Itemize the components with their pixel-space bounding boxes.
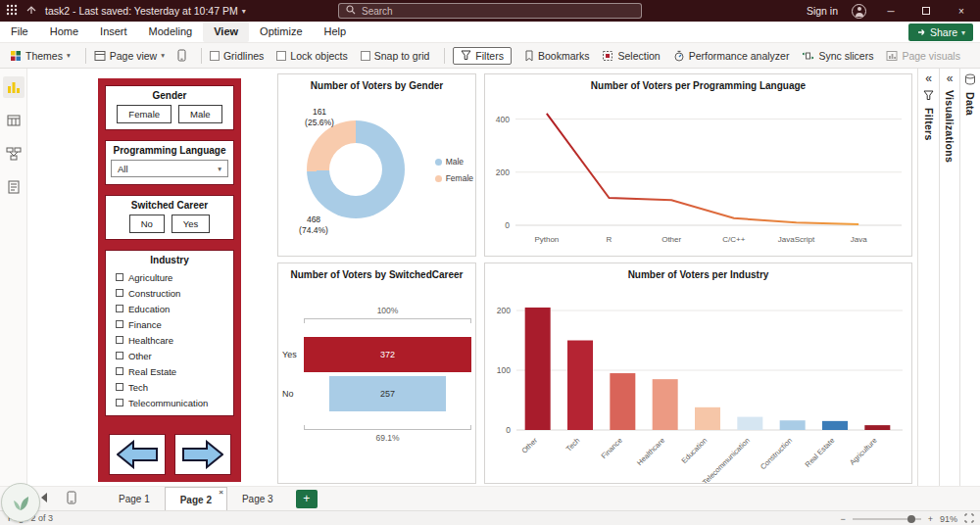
selection-icon <box>602 50 613 62</box>
industry-option[interactable]: Finance <box>116 316 230 332</box>
industry-option[interactable]: Education <box>116 301 230 316</box>
legend-item-female[interactable]: Female <box>435 173 473 183</box>
checkbox-icon <box>116 273 123 281</box>
menu-help[interactable]: Help <box>314 22 358 42</box>
svg-text:200: 200 <box>497 306 511 315</box>
close-tab-icon[interactable]: × <box>219 488 223 497</box>
table-view-icon[interactable] <box>3 110 24 131</box>
svg-text:JavaScript: JavaScript <box>778 235 815 244</box>
menu-view[interactable]: View <box>203 22 249 42</box>
language-chart-card[interactable]: Number of Voters per Programming Languag… <box>484 73 912 257</box>
legend-item-male[interactable]: Male <box>435 157 473 167</box>
industry-option[interactable]: Construction <box>116 285 230 301</box>
tab-page-1[interactable]: Page 1 <box>104 487 165 511</box>
industry-option[interactable]: Other <box>116 348 230 363</box>
funnel-category-yes: Yes <box>278 350 304 359</box>
industry-option[interactable]: Real Estate <box>116 363 230 379</box>
mobile-view-icon[interactable] <box>67 491 76 506</box>
themes-button[interactable]: Themes▾ <box>10 50 71 62</box>
add-page-button[interactable]: + <box>296 490 318 508</box>
zoom-slider-thumb[interactable] <box>907 515 915 523</box>
forward-arrow-button[interactable] <box>174 434 231 475</box>
svg-text:100: 100 <box>497 365 511 375</box>
minimize-button[interactable]: ─ <box>880 6 902 17</box>
window-title[interactable]: task2 - Last saved: Yesterday at 10:47 P… <box>45 5 246 17</box>
switched-option-yes[interactable]: Yes <box>172 215 211 233</box>
page-view-button[interactable]: Page view▾ <box>94 50 165 62</box>
zoom-out-button[interactable]: − <box>840 514 845 524</box>
filters-toggle-button[interactable]: Filters <box>453 47 512 65</box>
report-view-icon[interactable] <box>3 76 24 98</box>
menu-optimize[interactable]: Optimize <box>249 22 313 42</box>
gender-slicer: Gender Female Male <box>105 85 234 130</box>
svg-text:400: 400 <box>496 115 510 124</box>
back-arrow-button[interactable] <box>109 434 166 475</box>
app-grid-icon[interactable] <box>6 4 18 18</box>
tab-page-3[interactable]: Page 3 <box>227 487 288 511</box>
switched-career-chart-card[interactable]: Number of Voters by SwitchedCareer 100% … <box>277 262 476 484</box>
bookmarks-button[interactable]: Bookmarks <box>524 50 590 62</box>
menu-modeling[interactable]: Modeling <box>138 22 204 42</box>
snap-to-grid-checkbox[interactable]: Snap to grid <box>361 50 430 62</box>
gridlines-checkbox[interactable]: Gridlines <box>210 50 264 62</box>
expand-pane-icon[interactable]: « <box>925 73 932 83</box>
title-caret-icon: ▾ <box>242 7 246 16</box>
zoom-slider[interactable] <box>853 518 921 520</box>
share-label: Share <box>930 26 957 38</box>
model-view-icon[interactable] <box>3 143 24 165</box>
page-nav-icon[interactable] <box>39 492 49 505</box>
svg-text:Telecommunication: Telecommunication <box>701 436 752 483</box>
switched-option-no[interactable]: No <box>129 215 165 233</box>
visualizations-pane[interactable]: « Visualizations <box>939 69 959 486</box>
data-pane[interactable]: Data <box>959 69 980 486</box>
industry-option[interactable]: Agriculture <box>116 269 230 285</box>
checkbox-icon <box>116 289 123 297</box>
main-area: Gender Female Male Programming Language … <box>0 69 980 486</box>
search-input[interactable]: Search <box>338 3 642 19</box>
search-placeholder: Search <box>362 6 393 17</box>
zoom-in-button[interactable]: + <box>928 514 933 524</box>
account-icon[interactable] <box>852 4 866 19</box>
filters-pane[interactable]: « Filters <box>917 69 939 486</box>
svg-text:Finance: Finance <box>600 436 624 460</box>
svg-text:Agriculture: Agriculture <box>848 436 879 467</box>
menu-home[interactable]: Home <box>39 22 89 42</box>
maximize-button[interactable] <box>915 6 937 17</box>
screen-recorder-overlay-icon[interactable] <box>1 483 40 522</box>
performance-analyzer-button[interactable]: Performance analyzer <box>673 50 790 62</box>
industry-chart-card[interactable]: Number of Voters per Industry 0100200Oth… <box>484 262 912 484</box>
svg-text:Python: Python <box>534 235 559 244</box>
donut-label-male: 468 (74.4%) <box>284 215 343 236</box>
tab-page-2[interactable]: Page 2 × <box>165 487 227 511</box>
sync-slicers-button[interactable]: Sync slicers <box>802 50 873 62</box>
svg-text:R: R <box>607 235 612 244</box>
svg-text:Construction: Construction <box>759 436 794 471</box>
share-button[interactable]: Share ▾ <box>908 24 973 41</box>
lock-objects-checkbox[interactable]: Lock objects <box>276 50 347 62</box>
titlebar: task2 - Last saved: Yesterday at 10:47 P… <box>0 0 980 22</box>
close-button[interactable]: × <box>951 6 972 17</box>
industry-option[interactable]: Telecommunication <box>116 395 230 410</box>
gender-option-male[interactable]: Male <box>178 105 222 123</box>
mobile-layout-button[interactable] <box>177 49 186 62</box>
menu-file[interactable]: File <box>0 22 39 42</box>
language-dropdown[interactable]: All ▾ <box>111 160 228 177</box>
gender-option-female[interactable]: Female <box>117 105 172 123</box>
menu-insert[interactable]: Insert <box>89 22 138 42</box>
industry-chart-title: Number of Voters per Industry <box>485 269 911 280</box>
sync-slicers-icon <box>802 50 814 62</box>
industry-option[interactable]: Healthcare <box>116 332 230 348</box>
forward-arrow-icon <box>182 440 223 469</box>
funnel-bar[interactable]: 372 <box>304 337 471 372</box>
save-status-icon[interactable] <box>25 4 37 18</box>
language-dropdown-value: All <box>118 164 128 174</box>
ribbon-view-tab: Themes▾ Page view▾ Gridlines Lock object… <box>0 43 980 69</box>
expand-pane-icon[interactable]: « <box>947 73 954 83</box>
gender-chart-card[interactable]: Number of Voters by Gender 161 (25.6%) 4… <box>277 73 476 257</box>
sign-in-link[interactable]: Sign in <box>807 5 838 17</box>
selection-button[interactable]: Selection <box>602 50 660 62</box>
dax-query-view-icon[interactable] <box>3 176 24 198</box>
fit-to-page-icon[interactable] <box>964 513 974 525</box>
funnel-bar[interactable]: 257 <box>329 376 445 411</box>
industry-option[interactable]: Tech <box>116 379 230 395</box>
